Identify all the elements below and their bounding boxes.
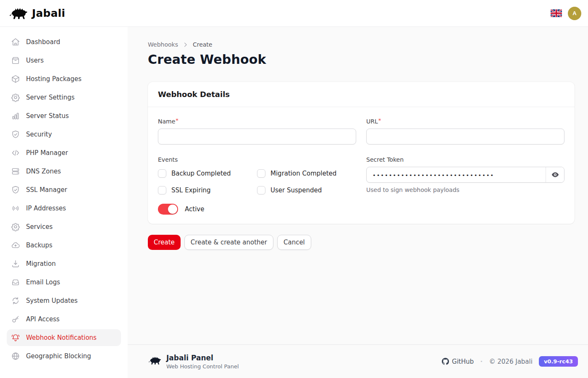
checkbox-migration-completed[interactable]: Migration Completed [257,169,356,178]
footer-brand: Jabali Panel [166,354,239,362]
sidebar-item-label: Webhook Notifications [26,334,97,341]
sidebar-item-label: Services [26,223,52,231]
sidebar-item-hosting-packages[interactable]: Hosting Packages [7,71,121,87]
url-label: URL* [366,118,381,125]
checkbox-box[interactable] [257,169,265,178]
shield-check-icon [11,185,20,194]
checkbox-label: Migration Completed [270,170,336,177]
sidebar-item-ip-addresses[interactable]: IP Addresses [7,200,121,217]
sidebar-item-label: Server Settings [26,94,74,101]
sidebar-item-label: Geographic Blocking [26,352,91,360]
sidebar-item-server-settings[interactable]: Server Settings [7,89,121,106]
user-avatar[interactable]: A [568,7,581,20]
sidebar-item-services[interactable]: Services [7,218,121,235]
checkbox-box[interactable] [158,169,166,178]
sidebar-item-label: IP Addresses [26,205,66,212]
cancel-button[interactable]: Cancel [277,235,311,250]
active-toggle[interactable] [158,204,178,215]
breadcrumb-webhooks[interactable]: Webhooks [148,41,178,48]
sidebar-item-migration[interactable]: Migration [7,255,121,272]
breadcrumb-create: Create [193,41,213,48]
sidebar-item-label: Email Logs [26,278,60,286]
gear-icon [11,222,20,231]
code-icon [11,148,20,158]
shield-check-icon [11,130,20,139]
sidebar-item-backups[interactable]: Backups [7,237,121,254]
webhook-details-card: Webhook Details Name* URL* [148,82,575,224]
sidebar-item-users[interactable]: Users [7,52,121,69]
create-and-create-another-button[interactable]: Create & create another [184,235,273,250]
brand-name: Jabali [32,7,65,19]
sidebar-item-label: API Access [26,315,60,323]
sidebar-item-dns-zones[interactable]: DNS Zones [7,163,121,180]
secret-token-field-group: Secret Token Used to sign [366,155,564,215]
gear-icon [11,93,20,102]
boar-logo-icon [148,356,161,367]
sidebar-item-php-manager[interactable]: PHP Manager [7,144,121,161]
name-label: Name* [158,118,178,125]
chevron-right-icon [182,42,189,48]
checkbox-backup-completed[interactable]: Backup Completed [158,169,257,178]
sidebar-item-label: PHP Manager [26,149,68,157]
version-badge: v0.9-rc43 [539,356,578,367]
checkbox-label: SSL Expiring [171,186,211,194]
reveal-secret-button[interactable] [546,167,564,182]
checkbox-ssl-expiring[interactable]: SSL Expiring [158,186,257,194]
active-toggle-label: Active [185,205,204,213]
cube-icon [11,74,20,84]
events-label: Events [158,156,178,163]
sidebar-item-api-access[interactable]: API Access [7,311,121,328]
sidebar-item-label: Server Status [26,112,69,120]
secret-token-label: Secret Token [366,156,404,163]
card-title: Webhook Details [158,90,564,99]
secret-token-input[interactable] [367,167,546,182]
sidebar-item-label: Security [26,131,52,138]
name-input[interactable] [158,129,356,144]
required-asterisk: * [176,117,178,123]
url-input[interactable] [366,129,564,144]
sidebar-item-dashboard[interactable]: Dashboard [7,34,121,50]
checkbox-label: Backup Completed [171,170,231,177]
checkbox-user-suspended[interactable]: User Suspended [257,186,356,194]
app-logo[interactable]: Jabali [8,7,65,20]
globe-icon [11,352,20,361]
sidebar-item-label: System Updates [26,297,78,304]
main-content: Webhooks Create Create Webhook Webhook D… [128,27,588,378]
footer: Jabali Panel Web Hosting Control Panel G… [128,344,588,378]
form-actions: Create Create & create another Cancel [148,235,575,250]
sidebar-item-webhook-notifications[interactable]: Webhook Notifications [7,329,121,346]
sidebar-item-label: Migration [26,260,56,268]
sidebar-item-ssl-manager[interactable]: SSL Manager [7,181,121,198]
sidebar-item-label: Backups [26,242,52,249]
arrows-rotate-icon [11,296,20,305]
home-icon [11,37,20,47]
checkbox-label: User Suspended [270,186,322,194]
sidebar-item-security[interactable]: Security [7,126,121,143]
sidebar-item-label: DNS Zones [26,168,61,175]
secret-token-helper: Used to sign webhook payloads [366,186,564,193]
name-field-group: Name* [158,117,356,144]
sidebar-item-system-updates[interactable]: System Updates [7,292,121,309]
breadcrumb: Webhooks Create [148,41,575,48]
footer-copyright: © 2026 Jabali [489,358,533,365]
language-flag-button[interactable] [551,9,562,17]
cloud-arrow-up-icon [11,241,20,250]
bell-alert-icon [11,333,20,342]
url-field-group: URL* [366,117,564,144]
sidebar-item-label: Users [26,57,44,64]
sidebar-item-label: SSL Manager [26,186,67,194]
sidebar-item-server-status[interactable]: Server Status [7,108,121,124]
sidebar-item-geographic-blocking[interactable]: Geographic Blocking [7,348,121,365]
eye-icon [551,171,559,179]
bar-chart-icon [11,111,20,121]
github-icon [442,358,449,365]
required-asterisk: * [378,117,381,123]
inbox-icon [11,278,20,287]
sidebar-item-email-logs[interactable]: Email Logs [7,274,121,291]
github-link[interactable]: GitHub [442,358,474,365]
toggle-knob [168,205,177,214]
create-button[interactable]: Create [148,235,181,250]
checkbox-box[interactable] [257,186,265,194]
checkbox-box[interactable] [158,186,166,194]
uk-flag-icon [551,9,562,17]
